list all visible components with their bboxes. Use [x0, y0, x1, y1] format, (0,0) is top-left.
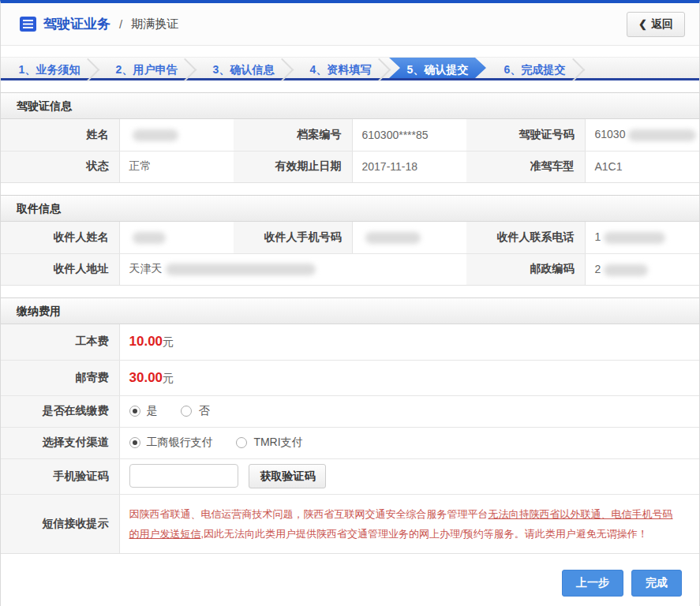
table-row: 选择支付渠道 工商银行支付 TMRI支付	[1, 427, 699, 458]
footer-actions: 上一步 完成	[1, 554, 699, 606]
vehicle-class-label: 准驾车型	[466, 151, 585, 182]
redacted-recipient-phone	[604, 232, 665, 244]
redacted-recipient-name	[133, 232, 166, 244]
status-value: 正常	[119, 151, 234, 182]
postage-fee-unit: 元	[163, 372, 174, 384]
license-section-title: 驾驶证信息	[1, 93, 699, 119]
online-payment-label: 是否在线缴费	[1, 395, 119, 427]
recipient-address-label: 收件人地址	[1, 253, 119, 285]
redacted-license-number	[628, 129, 696, 141]
recipient-address-value: 天津天	[119, 253, 466, 285]
table-row: 状态 正常 有效期止日期 2017-11-18 准驾车型 A1C1	[1, 151, 699, 182]
step-4-fill-data[interactable]: 4、资料填写	[292, 58, 389, 78]
license-number-label: 驾驶证号码	[466, 119, 585, 151]
breadcrumb-separator: /	[119, 17, 122, 31]
sms-code-input[interactable]	[129, 464, 238, 488]
postage-fee-value: 30.00元	[119, 360, 699, 395]
back-button-label: 返回	[651, 17, 673, 32]
step-2-user-declaration[interactable]: 2、用户申告	[98, 58, 195, 78]
step-bar: 1、业务须知 2、用户申告 3、确认信息 4、资料填写 5、确认提交 6、完成提…	[1, 57, 699, 80]
sms-notice-label: 短信接收提示	[1, 494, 119, 553]
postal-code-label: 邮政编码	[466, 253, 585, 285]
radio-pay-online-yes[interactable]: 是	[129, 404, 158, 418]
online-payment-options: 是 否	[119, 395, 699, 427]
payment-channel-label: 选择支付渠道	[1, 427, 119, 458]
pickup-section-title: 取件信息	[1, 196, 699, 222]
license-number-value: 61030	[585, 119, 699, 151]
radio-unselected-icon	[236, 437, 247, 448]
redacted-recipient-mobile	[365, 232, 421, 244]
payment-channel-options: 工商银行支付 TMRI支付	[119, 427, 699, 458]
status-label: 状态	[1, 151, 119, 182]
radio-channel-icbc[interactable]: 工商银行支付	[129, 436, 213, 450]
step-5-confirm-submit[interactable]: 5、确认提交	[389, 58, 486, 78]
step-1-business-notes[interactable]: 1、业务须知	[1, 58, 98, 78]
redacted-recipient-address	[166, 264, 316, 275]
table-row: 收件人姓名 收件人手机号码 收件人联系电话 1	[1, 222, 699, 253]
sms-code-cell: 获取验证码	[119, 458, 699, 494]
expiry-date-label: 有效期止日期	[234, 151, 352, 182]
pickup-info-table: 收件人姓名 收件人手机号码 收件人联系电话 1 收件人地址 天津天 邮政编码 2	[1, 222, 699, 285]
payment-section-title: 缴纳费用	[1, 298, 699, 324]
radio-unselected-icon	[181, 406, 192, 417]
expiry-date-value: 2017-11-18	[352, 151, 466, 182]
postage-fee-amount: 30.00	[129, 370, 163, 385]
table-row: 手机验证码 获取验证码	[1, 458, 699, 494]
back-button[interactable]: ❮ 返回	[627, 12, 685, 37]
radio-selected-icon	[129, 437, 140, 448]
step-6-complete-submit[interactable]: 6、完成提交	[486, 58, 583, 78]
production-fee-label: 工本费	[1, 324, 119, 360]
recipient-phone-label: 收件人联系电话	[466, 222, 585, 253]
step-wizard: 1、业务须知 2、用户申告 3、确认信息 4、资料填写 5、确认提交 6、完成提…	[1, 57, 699, 80]
page-container: 驾驶证业务 / 期满换证 ❮ 返回 1、业务须知 2、用户申告 3、确认信息 4…	[0, 0, 700, 606]
radio-channel-tmri[interactable]: TMRI支付	[236, 436, 302, 450]
table-row: 邮寄费 30.00元	[1, 360, 699, 395]
postal-code-value: 2	[585, 253, 699, 285]
chevron-left-icon: ❮	[638, 18, 647, 30]
step-3-confirm-info[interactable]: 3、确认信息	[195, 58, 292, 78]
recipient-name-value	[119, 222, 234, 253]
previous-step-button[interactable]: 上一步	[562, 570, 623, 597]
sms-notice-cell: 因陕西省联通、电信运营商技术问题，陕西省互联网交通安全综合服务管理平台无法向持陕…	[119, 494, 699, 553]
vehicle-class-value: A1C1	[585, 151, 699, 182]
name-value	[119, 119, 234, 151]
table-row: 是否在线缴费 是 否	[1, 395, 699, 427]
production-fee-amount: 10.00	[129, 334, 163, 349]
breadcrumb-section: 驾驶证业务	[43, 15, 110, 33]
redacted-name-value	[133, 129, 178, 141]
license-business-list-icon	[20, 17, 36, 32]
payment-table: 工本费 10.00元 邮寄费 30.00元 是否在线缴费 是 否 选择支付渠道 …	[1, 324, 699, 553]
table-row: 姓名 档案编号 610300****85 驾驶证号码 61030	[1, 119, 699, 151]
header-bar: 驾驶证业务 / 期满换证 ❮ 返回	[1, 3, 699, 46]
recipient-name-label: 收件人姓名	[1, 222, 119, 253]
recipient-mobile-label: 收件人手机号码	[234, 222, 352, 253]
recipient-phone-value: 1	[585, 222, 699, 253]
production-fee-value: 10.00元	[119, 324, 699, 360]
table-row: 工本费 10.00元	[1, 324, 699, 360]
table-row: 短信接收提示 因陕西省联通、电信运营商技术问题，陕西省互联网交通安全综合服务管理…	[1, 494, 699, 553]
pickup-info-section: 取件信息 收件人姓名 收件人手机号码 收件人联系电话 1 收件人地址 天津天 邮…	[1, 195, 699, 286]
name-label: 姓名	[1, 119, 119, 151]
get-code-button[interactable]: 获取验证码	[249, 464, 326, 488]
finish-button[interactable]: 完成	[631, 570, 682, 597]
file-number-value: 610300****85	[352, 119, 466, 151]
license-info-table: 姓名 档案编号 610300****85 驾驶证号码 61030 状态 正常 有…	[1, 119, 699, 182]
redacted-postal-code	[604, 264, 648, 276]
file-number-label: 档案编号	[234, 119, 352, 151]
recipient-mobile-value	[352, 222, 466, 253]
breadcrumb-current: 期满换证	[131, 17, 178, 32]
breadcrumb: 驾驶证业务 / 期满换证	[20, 15, 178, 33]
license-info-section: 驾驶证信息 姓名 档案编号 610300****85 驾驶证号码 61030 状…	[1, 92, 699, 183]
sms-notice-text: 因陕西省联通、电信运营商技术问题，陕西省互联网交通安全综合服务管理平台无法向持陕…	[129, 504, 681, 544]
radio-selected-icon	[129, 406, 140, 417]
radio-pay-online-no[interactable]: 否	[181, 404, 209, 418]
payment-section: 缴纳费用 工本费 10.00元 邮寄费 30.00元 是否在线缴费 是 否 选择…	[1, 297, 699, 554]
table-row: 收件人地址 天津天 邮政编码 2	[1, 253, 699, 285]
postage-fee-label: 邮寄费	[1, 360, 119, 395]
production-fee-unit: 元	[163, 335, 174, 348]
sms-code-label: 手机验证码	[1, 458, 119, 494]
